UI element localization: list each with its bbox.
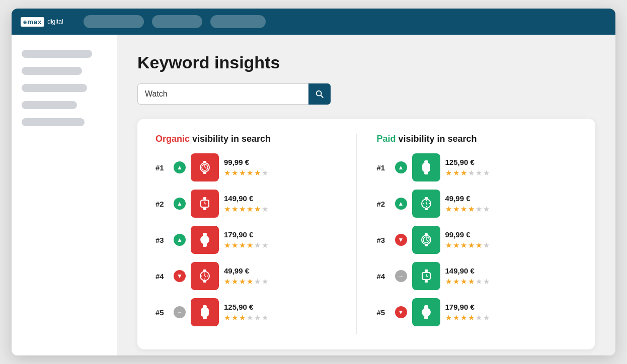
star-full: ★ xyxy=(453,168,459,177)
trend-indicator: ▲ xyxy=(174,198,186,210)
star-full: ★ xyxy=(247,168,253,177)
star-full: ★ xyxy=(460,205,467,214)
star-empty: ★ xyxy=(262,168,268,177)
svg-line-30 xyxy=(205,312,206,313)
product-row: #4 → 149,90 € ★★★★★★ xyxy=(377,262,578,290)
logo-digital-text: digital xyxy=(47,18,63,25)
star-full: ★ xyxy=(445,241,452,250)
trend-indicator: → xyxy=(395,270,407,282)
organic-section: Organic visibility in search #1 ▲ 99,99 … xyxy=(155,134,356,334)
product-row: #2 ▲ 149,90 € ★★★★★★ xyxy=(155,190,356,218)
trend-indicator: → xyxy=(174,306,186,318)
product-stars: ★★★★★★ xyxy=(224,241,268,250)
product-rank: #4 xyxy=(377,272,390,281)
product-info: 99,99 € ★★★★★★ xyxy=(445,230,490,250)
product-info: 125,90 € ★★★★★★ xyxy=(445,158,490,177)
star-full: ★ xyxy=(468,313,475,322)
sidebar-item-3[interactable] xyxy=(22,84,87,92)
star-half: ★ xyxy=(247,277,253,286)
svg-rect-31 xyxy=(425,161,428,163)
star-full: ★ xyxy=(460,241,467,250)
product-row: #3 ▲ 179,90 € ★★★★★★ xyxy=(155,226,356,254)
product-stars: ★★★★★★ xyxy=(445,168,490,177)
sidebar-item-4[interactable] xyxy=(22,101,77,109)
product-rank: #5 xyxy=(377,308,390,317)
star-empty: ★ xyxy=(262,313,268,322)
star-empty: ★ xyxy=(262,277,268,286)
svg-line-7 xyxy=(205,167,206,168)
browser-body: Keyword insights Organic visibility in s… xyxy=(12,35,615,355)
nav-pill-2[interactable] xyxy=(152,15,202,28)
product-rank: #4 xyxy=(155,272,169,281)
product-stars: ★★★★★★ xyxy=(445,277,490,286)
star-full: ★ xyxy=(247,241,253,250)
star-full: ★ xyxy=(453,313,459,322)
star-empty: ★ xyxy=(254,313,261,322)
star-full: ★ xyxy=(224,313,230,322)
star-half: ★ xyxy=(476,241,482,250)
product-rank: #3 xyxy=(377,236,390,244)
trend-indicator: ▼ xyxy=(174,270,186,282)
star-half: ★ xyxy=(254,168,261,177)
svg-line-55 xyxy=(426,276,428,277)
svg-rect-8 xyxy=(203,197,206,200)
product-stars: ★★★★★★ xyxy=(224,205,268,214)
star-empty: ★ xyxy=(476,168,482,177)
product-price: 49,99 € xyxy=(445,194,490,203)
product-row: #3 ▼ 99,99 € ★★★★★★ xyxy=(377,226,578,254)
product-price: 125,90 € xyxy=(445,158,490,166)
sidebar-item-1[interactable] xyxy=(22,50,92,58)
search-icon xyxy=(315,89,324,99)
nav-pill-3[interactable] xyxy=(210,15,266,28)
product-thumbnail xyxy=(412,190,440,218)
product-thumbnail xyxy=(191,153,219,181)
search-button[interactable] xyxy=(308,83,331,105)
star-full: ★ xyxy=(445,168,452,177)
star-full: ★ xyxy=(460,313,467,322)
product-info: 49,99 € ★★★★★★ xyxy=(445,194,490,214)
star-full: ★ xyxy=(445,205,452,214)
star-empty: ★ xyxy=(483,277,490,286)
svg-rect-52 xyxy=(425,280,428,283)
star-empty: ★ xyxy=(483,241,490,250)
svg-line-12 xyxy=(205,204,206,204)
product-info: 49,99 € ★★★★★★ xyxy=(224,266,268,286)
product-thumbnail xyxy=(412,226,440,254)
star-full: ★ xyxy=(239,205,246,214)
product-info: 99,99 € ★★★★★★ xyxy=(224,158,268,177)
browser-bar: emax digital xyxy=(12,9,615,35)
svg-line-50 xyxy=(426,240,428,241)
sidebar-item-5[interactable] xyxy=(22,118,85,126)
product-price: 99,99 € xyxy=(224,158,268,166)
trend-indicator: ▲ xyxy=(395,161,407,173)
sidebar-item-2[interactable] xyxy=(22,67,82,75)
star-empty: ★ xyxy=(254,241,261,250)
star-full: ★ xyxy=(453,241,459,250)
paid-section-title: Paid visibility in search xyxy=(377,134,578,144)
star-empty: ★ xyxy=(254,277,261,286)
product-thumbnail xyxy=(191,262,219,290)
product-row: #1 ▲ 99,99 € ★★★★★★ xyxy=(155,153,356,181)
nav-pill-1[interactable] xyxy=(84,15,144,28)
star-full: ★ xyxy=(468,277,475,286)
product-rank: #1 xyxy=(377,163,390,172)
product-row: #2 ▲ 49,99 € ★★★★★★ xyxy=(377,190,578,218)
star-full: ★ xyxy=(231,241,238,250)
star-full: ★ xyxy=(460,277,467,286)
star-half: ★ xyxy=(460,168,467,177)
product-rank: #5 xyxy=(155,308,169,317)
star-full: ★ xyxy=(224,168,230,177)
star-empty: ★ xyxy=(262,205,268,214)
product-row: #1 ▲ 125,90 € ★★★★★★ xyxy=(377,153,578,181)
star-empty: ★ xyxy=(247,313,253,322)
star-empty: ★ xyxy=(476,277,482,286)
svg-line-44 xyxy=(426,204,427,205)
product-stars: ★★★★★★ xyxy=(224,168,268,177)
star-full: ★ xyxy=(468,241,475,250)
results-card: Organic visibility in search #1 ▲ 99,99 … xyxy=(137,119,595,349)
star-empty: ★ xyxy=(262,241,268,250)
organic-section-title: Organic visibility in search xyxy=(155,134,356,144)
search-input[interactable] xyxy=(137,83,308,105)
svg-point-0 xyxy=(317,91,322,96)
product-thumbnail xyxy=(191,226,219,254)
